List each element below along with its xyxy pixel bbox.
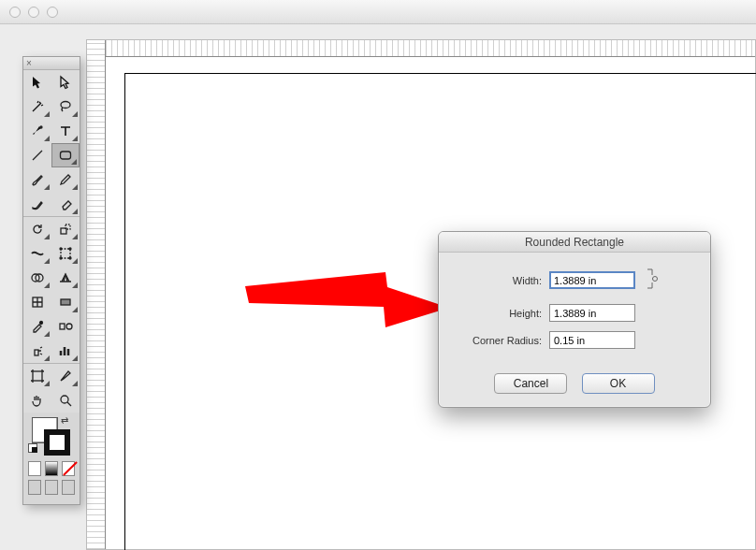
hand-icon <box>29 392 46 409</box>
window-controls <box>9 7 58 18</box>
zoom-window-button[interactable] <box>47 7 58 18</box>
color-mode-none[interactable] <box>62 461 75 476</box>
magic-wand-tool[interactable] <box>23 94 51 119</box>
direct-selection-icon <box>57 74 74 91</box>
line-icon <box>29 147 46 164</box>
rounded-rectangle-icon <box>57 147 74 164</box>
gradient-icon <box>57 294 74 311</box>
svg-point-0 <box>61 102 70 109</box>
slice-icon <box>57 368 74 384</box>
blend-tool[interactable] <box>51 314 80 339</box>
perspective-grid-tool[interactable] <box>51 266 80 290</box>
svg-point-16 <box>66 324 72 329</box>
color-mode-solid[interactable] <box>28 461 41 476</box>
svg-rect-2 <box>61 152 71 159</box>
width-tool[interactable] <box>23 241 51 266</box>
type-tool[interactable] <box>51 119 80 143</box>
height-label: Height: <box>452 308 542 319</box>
draw-behind-icon[interactable] <box>45 480 58 495</box>
close-window-button[interactable] <box>9 7 21 18</box>
svg-point-6 <box>60 248 62 250</box>
swap-colors-icon[interactable]: ⇄ <box>61 415 68 426</box>
scale-tool[interactable] <box>51 217 80 241</box>
width-icon <box>29 245 46 262</box>
rotate-icon <box>29 221 46 238</box>
line-segment-tool[interactable] <box>23 143 51 167</box>
zoom-tool[interactable] <box>51 388 80 412</box>
selection-icon <box>29 74 46 91</box>
paintbrush-icon <box>29 171 46 188</box>
screen-mode-row <box>23 480 80 495</box>
corner-radius-label: Corner Radius: <box>452 335 542 346</box>
symbol-sprayer-tool[interactable] <box>23 339 51 363</box>
height-input[interactable] <box>549 304 635 322</box>
color-mode-gradient[interactable] <box>45 461 58 476</box>
tools-panel-header[interactable]: × <box>23 57 80 70</box>
svg-point-7 <box>69 248 71 250</box>
graph-icon <box>57 342 74 359</box>
app-window: × <box>0 0 756 550</box>
artboard-icon <box>29 368 46 384</box>
ok-button[interactable]: OK <box>582 373 655 394</box>
free-transform-icon <box>57 245 74 262</box>
mesh-icon <box>29 294 46 311</box>
gradient-tool[interactable] <box>51 290 80 314</box>
draw-normal-icon[interactable] <box>28 480 41 495</box>
free-transform-tool[interactable] <box>51 241 80 266</box>
svg-point-8 <box>60 257 62 259</box>
corner-radius-input[interactable] <box>549 331 635 349</box>
stroke-color-swatch[interactable] <box>44 429 70 456</box>
column-graph-tool[interactable] <box>51 339 80 363</box>
dialog-actions: Cancel OK <box>439 366 710 407</box>
default-colors-icon[interactable] <box>28 443 37 453</box>
svg-rect-13 <box>61 299 70 305</box>
svg-rect-17 <box>35 350 38 355</box>
vertical-ruler <box>87 40 106 549</box>
shape-builder-tool[interactable] <box>23 266 51 290</box>
window-titlebar <box>0 0 756 24</box>
draw-inside-icon[interactable] <box>62 480 75 495</box>
pencil-icon <box>57 171 74 188</box>
lasso-icon <box>57 98 74 115</box>
close-icon[interactable]: × <box>26 58 32 68</box>
selection-tool[interactable] <box>23 70 51 94</box>
minimize-window-button[interactable] <box>28 7 39 18</box>
pencil-tool[interactable] <box>51 167 80 192</box>
dialog-body: Width: Height: Corner Radius: <box>439 253 710 366</box>
slice-tool[interactable] <box>51 364 80 388</box>
eyedropper-tool[interactable] <box>23 314 51 339</box>
hand-tool[interactable] <box>23 388 51 412</box>
lasso-tool[interactable] <box>51 94 80 119</box>
type-icon <box>57 123 74 139</box>
blob-brush-tool[interactable] <box>23 192 51 216</box>
zoom-icon <box>57 392 74 409</box>
direct-selection-tool[interactable] <box>51 70 80 94</box>
svg-point-14 <box>40 322 43 325</box>
svg-rect-15 <box>60 324 65 329</box>
cancel-button[interactable]: Cancel <box>494 373 567 394</box>
rounded-rectangle-tool[interactable] <box>51 143 80 167</box>
perspective-icon <box>57 269 74 286</box>
svg-rect-18 <box>33 371 42 381</box>
shape-builder-icon <box>29 269 46 286</box>
rounded-rectangle-dialog: Rounded Rectangle Width: Height: Corner … <box>438 231 711 408</box>
constrain-proportions-icon[interactable] <box>645 266 660 295</box>
mesh-tool[interactable] <box>23 290 51 314</box>
svg-point-19 <box>61 396 68 403</box>
corner-radius-row: Corner Radius: <box>452 331 697 349</box>
dialog-title: Rounded Rectangle <box>439 232 710 253</box>
width-input[interactable] <box>549 271 635 289</box>
blob-brush-icon <box>29 195 46 212</box>
color-mode-row <box>23 461 80 480</box>
rotate-tool[interactable] <box>23 217 51 241</box>
pen-icon <box>29 123 46 139</box>
blend-icon <box>57 318 74 335</box>
eraser-tool[interactable] <box>51 192 80 216</box>
tool-grid <box>23 70 80 412</box>
paintbrush-tool[interactable] <box>23 167 51 192</box>
magic-wand-icon <box>29 98 46 115</box>
artboard-tool[interactable] <box>23 364 51 388</box>
pen-tool[interactable] <box>23 119 51 143</box>
eraser-icon <box>57 195 74 212</box>
tools-panel: × <box>22 56 80 505</box>
